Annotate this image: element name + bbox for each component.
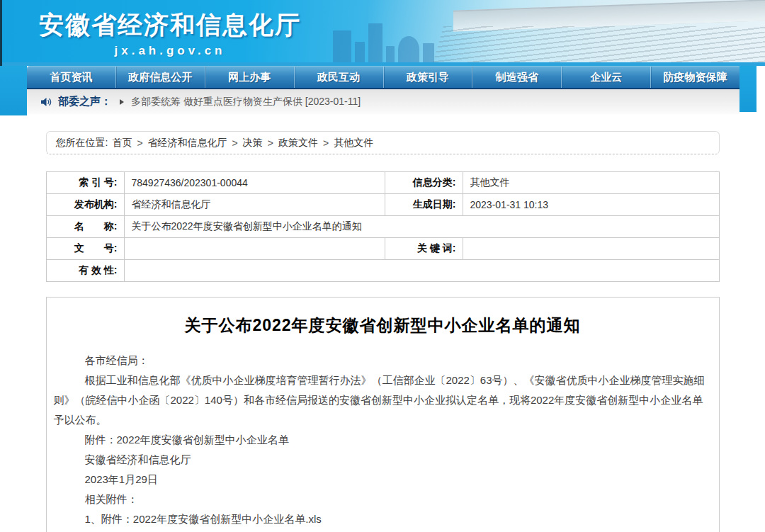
breadcrumb: 您所在位置: 首页 > 省经济和信息化厅 > 决策 > 政策文件 > 其他文件 — [46, 131, 720, 154]
right-filler — [756, 66, 765, 73]
meta-label-docno: 文 号: — [46, 238, 124, 260]
nav-item-public-interaction[interactable]: 政民互动 — [294, 67, 383, 88]
nav-item-home-news[interactable]: 首页资讯 — [27, 67, 115, 88]
article-panel: 关于公布2022年度安徽省创新型中小企业名单的通知 各市经信局： 根据工业和信息… — [46, 297, 720, 532]
meta-row: 有 效 性: — [46, 260, 719, 282]
meta-row: 文 号: 关 键 词: — [46, 238, 719, 260]
speaker-icon — [41, 97, 52, 107]
breadcrumb-link-department[interactable]: 省经济和信息化厅 — [148, 137, 227, 149]
meta-value-keywords — [463, 238, 719, 260]
breadcrumb-link-home[interactable]: 首页 — [112, 137, 132, 149]
breadcrumb-prefix: 您所在位置: — [56, 137, 108, 149]
header-bottom-band — [0, 62, 765, 66]
meta-value-category: 其他文件 — [463, 172, 719, 194]
article-title: 关于公布2022年度安徽省创新型中小企业名单的通知 — [54, 315, 712, 336]
site-url: jx.ah.gov.cn — [39, 44, 301, 58]
meta-value-name: 关于公布2022年度安徽省创新型中小企业名单的通知 — [124, 216, 719, 238]
meta-value-index: 784927436/202301-00044 — [124, 172, 385, 194]
breadcrumb-separator: > — [323, 137, 329, 149]
main-content: 您所在位置: 首页 > 省经济和信息化厅 > 决策 > 政策文件 > 其他文件 … — [0, 115, 765, 532]
site-title: 安徽省经济和信息化厅 — [39, 9, 301, 42]
breadcrumb-link-policy-files[interactable]: 政策文件 — [278, 137, 318, 149]
nav-item-enterprise-cloud[interactable]: 企业云 — [561, 67, 650, 88]
nav-item-online-services[interactable]: 网上办事 — [205, 67, 294, 88]
left-edge-strip — [0, 66, 27, 115]
article-body: 各市经信局： 根据工业和信息化部《优质中小企业梯度培育管理暂行办法》（工信部企业… — [54, 351, 712, 529]
city-skyline-decoration — [333, 23, 434, 63]
article-paragraph: 相关附件： — [54, 489, 712, 509]
meta-value-docno — [124, 238, 385, 260]
nav-item-gov-info-disclosure[interactable]: 政府信息公开 — [115, 67, 205, 88]
breadcrumb-link-other-files[interactable]: 其他文件 — [334, 137, 373, 149]
meta-value-publisher: 省经济和信息化厅 — [124, 194, 385, 216]
nav-item-policy-guidance[interactable]: 政策引导 — [383, 67, 472, 88]
attachment-link[interactable]: 1、附件：2022年度安徽省创新型中小企业名单.xls — [54, 509, 712, 529]
meta-label-publisher: 发布机构: — [46, 194, 124, 216]
main-nav: 首页资讯 政府信息公开 网上办事 政民互动 政策引导 制造强省 企业云 防疫物资… — [27, 66, 740, 89]
article-paragraph: 2023年1月29日 — [54, 470, 712, 489]
announcement-ticker: 部委之声： 多部委统筹 做好重点医疗物资生产保供 [2023-01-11] — [27, 89, 740, 114]
meta-row: 发布机构: 省经济和信息化厅 生成日期: 2023-01-31 10:13 — [46, 194, 719, 216]
document-meta-table: 索 引 号: 784927436/202301-00044 信息分类: 其他文件… — [46, 171, 720, 282]
article-paragraph: 附件：2022年度安徽省创新型中小企业名单 — [54, 430, 712, 450]
right-edge-strip — [740, 66, 756, 112]
meta-value-date: 2023-01-31 10:13 — [463, 194, 719, 216]
meta-row: 名 称: 关于公布2022年度安徽省创新型中小企业名单的通知 — [46, 216, 719, 238]
factory-rows-decoration — [432, 26, 765, 66]
meta-label-index: 索 引 号: — [46, 172, 124, 194]
breadcrumb-separator: > — [268, 137, 273, 149]
meta-value-validity — [124, 260, 719, 282]
article-paragraph: 根据工业和信息化部《优质中小企业梯度培育管理暂行办法》（工信部企业〔2022〕6… — [54, 370, 712, 430]
breadcrumb-separator: > — [137, 137, 142, 149]
meta-label-category: 信息分类: — [385, 172, 463, 194]
meta-label-validity: 有 效 性: — [46, 260, 124, 282]
subheader-band: 首页资讯 政府信息公开 网上办事 政民互动 政策引导 制造强省 企业云 防疫物资… — [0, 66, 765, 115]
site-logo-block[interactable]: 安徽省经济和信息化厅 jx.ah.gov.cn — [39, 9, 301, 58]
ticker-item-link[interactable]: 多部委统筹 做好重点医疗物资生产保供 [2023-01-11] — [131, 96, 361, 108]
corner-accent — [0, 0, 2, 66]
article-paragraph: 安徽省经济和信息化厅 — [54, 450, 712, 470]
nav-item-epidemic-supplies[interactable]: 防疫物资保障 — [650, 67, 740, 88]
meta-label-name: 名 称: — [46, 216, 124, 238]
breadcrumb-link-decisions[interactable]: 决策 — [243, 137, 263, 149]
meta-row: 索 引 号: 784927436/202301-00044 信息分类: 其他文件 — [46, 172, 719, 194]
site-header: 安徽省经济和信息化厅 jx.ah.gov.cn — [0, 0, 765, 66]
breadcrumb-separator: > — [232, 137, 238, 149]
nav-item-manufacturing-province[interactable]: 制造强省 — [472, 67, 561, 88]
ticker-label: 部委之声： — [58, 95, 111, 108]
arrow-right-icon — [120, 99, 124, 105]
meta-label-date: 生成日期: — [385, 194, 463, 216]
meta-label-keywords: 关 键 词: — [385, 238, 463, 260]
article-paragraph: 各市经信局： — [54, 351, 712, 370]
